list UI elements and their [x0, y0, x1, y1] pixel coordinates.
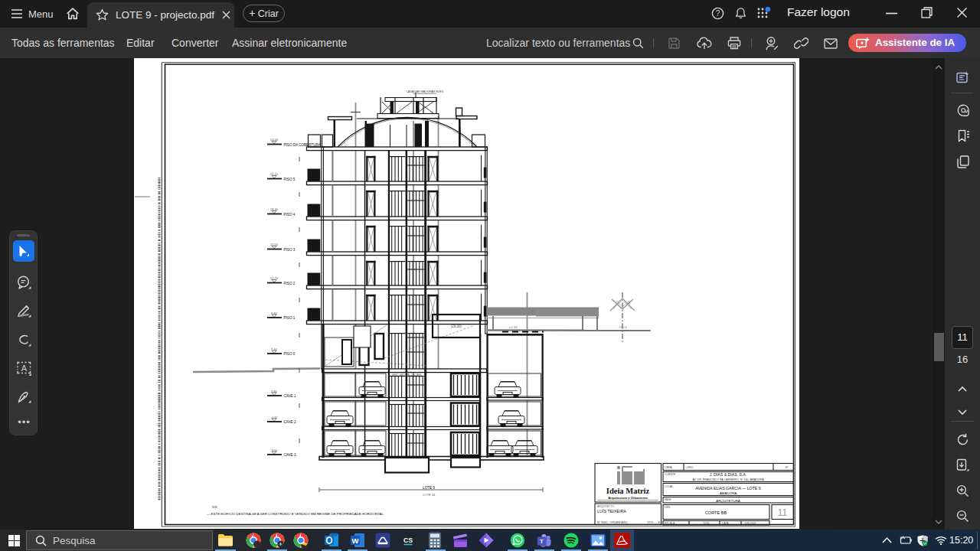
svg-text:LIVRO: LIVRO: [686, 466, 694, 469]
svg-text:ESCALA: ESCALA: [665, 522, 675, 525]
svg-text:PISO 4: PISO 4: [284, 213, 296, 217]
svg-text:=1.33: =1.33: [509, 325, 518, 329]
svg-text:Nº INSC. ORDEM ARQ.: Nº INSC. ORDEM ARQ.: [597, 521, 629, 524]
svg-text:VENT. NATURAL DA CAVE: VENT. NATURAL DA CAVE: [392, 373, 422, 377]
svg-text:AV. DR. FRANCISCO SÁ CARNEIRO,: AV. DR. FRANCISCO SÁ CARNEIRO, Nº 140, A…: [692, 478, 764, 481]
svg-text:FASE: FASE: [665, 498, 671, 501]
svg-text:DATA: DATA: [722, 522, 729, 525]
svg-text:— ESTE EDIFÍCIO DESTINA-SE A S: — ESTE EDIFÍCIO DESTINA-SE A SER CONSTRU…: [207, 512, 384, 516]
svg-text:PISO 5: PISO 5: [284, 178, 296, 181]
svg-text:PISO 1: PISO 1: [284, 316, 296, 320]
svg-text:Nº: Nº: [786, 466, 789, 469]
svg-text:PISO 0: PISO 0: [284, 352, 296, 356]
svg-text:AMADORA: AMADORA: [720, 491, 737, 495]
svg-text:N/B: N/B: [212, 505, 217, 509]
svg-text:CASA DAS MAQUINAS ELEV.: CASA DAS MAQUINAS ELEV.: [407, 90, 444, 93]
svg-text:11: 11: [778, 507, 788, 518]
svg-text:LOTE 9: LOTE 9: [423, 486, 435, 490]
svg-text:Arquitectura e Urbanismo: Arquitectura e Urbanismo: [608, 496, 648, 500]
svg-text:A: A: [21, 364, 28, 373]
svg-text:CAVE 3: CAVE 3: [284, 453, 296, 457]
svg-text:PISO DA COBERTURA: PISO DA COBERTURA: [284, 143, 322, 147]
svg-text:COTE 34: COTE 34: [423, 493, 436, 497]
svg-text:13.14: 13.14: [619, 325, 627, 329]
svg-text:ARQUITETURA: ARQUITETURA: [716, 499, 740, 503]
svg-text:PISO 3: PISO 3: [284, 248, 296, 252]
svg-text:CAVE 2: CAVE 2: [284, 420, 296, 424]
svg-text:CS: CS: [403, 536, 413, 544]
svg-text:J. DIAS & DIAS, S.A.: J. DIAS & DIAS, S.A.: [710, 472, 747, 477]
svg-text:T: T: [540, 538, 544, 545]
svg-text:OBRA: OBRA: [665, 466, 672, 469]
svg-text:CAVE 1: CAVE 1: [284, 394, 296, 398]
svg-text:?: ?: [716, 9, 720, 18]
svg-text:ARQUITECTO: ARQUITECTO: [597, 505, 615, 508]
svg-text:AVENIDA ELIAS GARCIA — LOTE 9: AVENIDA ELIAS GARCIA — LOTE 9: [695, 486, 760, 491]
svg-text:1/100: 1/100: [703, 522, 710, 525]
svg-text:Ideia Matriz: Ideia Matriz: [606, 487, 650, 495]
svg-text:1975 — S: 1975 — S: [647, 521, 660, 524]
svg-text:DES.: DES.: [665, 506, 671, 509]
svg-text:W: W: [352, 536, 359, 545]
svg-text:PISO 2: PISO 2: [284, 282, 296, 285]
svg-text:CORTE BB: CORTE BB: [705, 510, 727, 515]
svg-text:LOCAL: LOCAL: [665, 485, 673, 488]
svg-text:CLIENTE: CLIENTE: [665, 473, 676, 476]
svg-text:JUN 2003: JUN 2003: [744, 522, 756, 525]
svg-text:(29.30): (29.30): [451, 324, 462, 328]
svg-text:LUÍS TEIXEIRA: LUÍS TEIXEIRA: [597, 509, 626, 514]
